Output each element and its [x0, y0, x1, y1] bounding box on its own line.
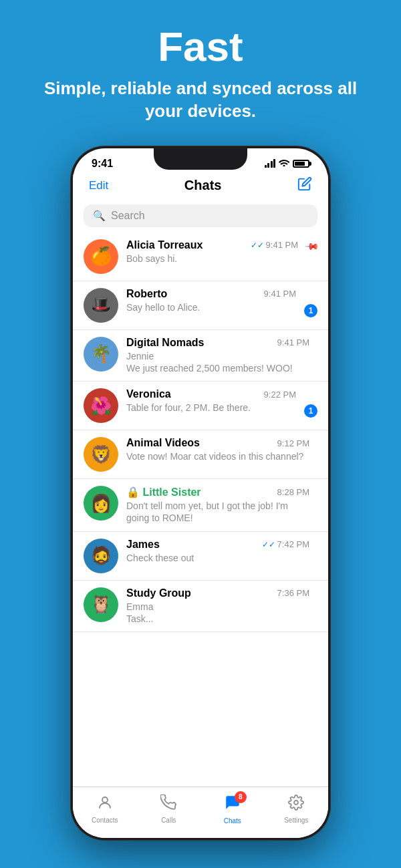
avatar-study: 🦉	[84, 587, 118, 622]
status-time: 9:41	[92, 158, 113, 170]
tab-badge-chats: 8	[235, 791, 247, 803]
app-header: Fast Simple, reliable and synced across …	[0, 0, 401, 139]
avatar-roberto: 🎩	[84, 288, 118, 323]
chat-item-roberto[interactable]: 🎩Roberto9:41 PMSay hello to Alice.1	[73, 281, 328, 330]
tab-label-contacts: Contacts	[92, 817, 118, 824]
nav-title: Chats	[184, 178, 222, 193]
phone-frame: 9:41	[70, 146, 331, 841]
chat-name-animal: Animal Videos	[126, 437, 200, 449]
avatar-digital: 🌴	[84, 337, 118, 372]
chat-name-roberto: Roberto	[126, 288, 167, 300]
tab-label-settings: Settings	[284, 817, 308, 824]
chat-sender-study: Emma	[126, 601, 153, 612]
badge-roberto: 1	[304, 304, 317, 317]
tab-bar: ContactsCalls8ChatsSettings	[73, 786, 328, 838]
chat-name-digital: Digital Nomads	[126, 337, 204, 349]
chat-item-veronica[interactable]: 🌺Veronica9:22 PMTable for four, 2 PM. Be…	[73, 382, 328, 430]
tab-chats[interactable]: 8Chats	[209, 794, 256, 825]
chat-item-digital[interactable]: 🌴Digital Nomads9:41 PMJennieWe just reac…	[73, 330, 328, 382]
search-bar[interactable]: 🔍 Search	[84, 204, 317, 227]
chat-preview-james: Check these out	[126, 552, 309, 564]
chat-time-veronica: 9:22 PM	[264, 390, 296, 400]
search-container: 🔍 Search	[73, 200, 328, 233]
compose-button[interactable]	[297, 176, 312, 195]
wifi-icon	[279, 158, 289, 168]
chat-preview-digital: JennieWe just reached 2,500 members! WOO…	[126, 350, 309, 374]
chat-name-sister: 🔒 Little Sister	[126, 486, 201, 498]
chat-item-james[interactable]: 🧔James✓✓ 7:42 PMCheck these out	[73, 532, 328, 581]
double-check-icon: ✓✓	[262, 540, 275, 549]
search-icon: 🔍	[93, 210, 106, 222]
tab-label-calls: Calls	[161, 817, 176, 824]
chat-meta-roberto: 1	[304, 288, 317, 317]
svg-point-0	[102, 797, 108, 803]
chat-name-james: James	[126, 539, 160, 551]
chat-time-study: 7:36 PM	[277, 588, 309, 598]
app-title: Fast	[27, 24, 374, 69]
chat-time-james: ✓✓ 7:42 PM	[262, 539, 309, 549]
double-check-icon: ✓✓	[251, 241, 264, 250]
tab-contacts[interactable]: Contacts	[82, 794, 128, 824]
badge-veronica: 1	[304, 404, 317, 418]
pin-icon-alicia: 📌	[304, 238, 319, 253]
settings-icon	[288, 796, 304, 814]
chat-preview-study: EmmaTask...	[126, 601, 309, 625]
chat-preview-alicia: Bob says hi.	[126, 253, 298, 265]
chat-time-roberto: 9:41 PM	[264, 289, 296, 299]
chat-meta-alicia: 📌	[306, 239, 317, 251]
chat-time-sister: 8:28 PM	[277, 487, 309, 497]
signal-icon	[265, 159, 276, 168]
chat-preview-animal: Vote now! Moar cat videos in this channe…	[126, 450, 309, 462]
status-icons	[265, 158, 310, 168]
chat-preview-veronica: Table for four, 2 PM. Be there.	[126, 402, 296, 414]
phone-mockup: 9:41	[0, 139, 401, 841]
battery-icon	[293, 160, 309, 168]
phone-screen: 9:41	[73, 148, 328, 838]
chat-meta-veronica: 1	[304, 388, 317, 418]
app-subtitle: Simple, reliable and synced across all y…	[27, 78, 374, 123]
chat-time-digital: 9:41 PM	[277, 337, 309, 347]
avatar-alicia: 🍊	[84, 239, 118, 274]
tab-settings[interactable]: Settings	[273, 794, 319, 824]
avatar-james: 🧔	[84, 539, 118, 573]
avatar-animal: 🦁	[84, 437, 118, 472]
tab-calls[interactable]: Calls	[145, 794, 192, 824]
tab-label-chats: Chats	[224, 817, 241, 825]
chat-name-alicia: Alicia Torreaux	[126, 239, 203, 251]
chat-name-veronica: Veronica	[126, 388, 171, 400]
chat-item-animal[interactable]: 🦁Animal Videos9:12 PMVote now! Moar cat …	[73, 430, 328, 479]
edit-button[interactable]: Edit	[89, 179, 108, 192]
chat-item-alicia[interactable]: 🍊Alicia Torreaux✓✓ 9:41 PMBob says hi.📌	[73, 233, 328, 281]
contacts-icon	[97, 796, 113, 814]
phone-notch	[154, 148, 247, 170]
avatar-veronica: 🌺	[84, 388, 118, 423]
chat-item-study[interactable]: 🦉Study Group7:36 PMEmmaTask...	[73, 581, 328, 632]
search-placeholder: Search	[111, 210, 145, 222]
chat-time-animal: 9:12 PM	[277, 438, 309, 448]
chat-name-study: Study Group	[126, 587, 191, 599]
chat-time-alicia: ✓✓ 9:41 PM	[251, 240, 298, 250]
chat-item-sister[interactable]: 👩🔒 Little Sister8:28 PMDon't tell mom ye…	[73, 479, 328, 531]
chat-preview-sister: Don't tell mom yet, but I got the job! I…	[126, 500, 309, 524]
svg-point-1	[294, 801, 298, 805]
chat-sender-digital: Jennie	[126, 351, 154, 361]
chat-list: 🍊Alicia Torreaux✓✓ 9:41 PMBob says hi.📌🎩…	[73, 233, 328, 632]
chat-preview-roberto: Say hello to Alice.	[126, 301, 296, 313]
avatar-sister: 👩	[84, 486, 118, 521]
calls-icon	[160, 796, 176, 814]
nav-bar: Edit Chats	[73, 174, 328, 200]
